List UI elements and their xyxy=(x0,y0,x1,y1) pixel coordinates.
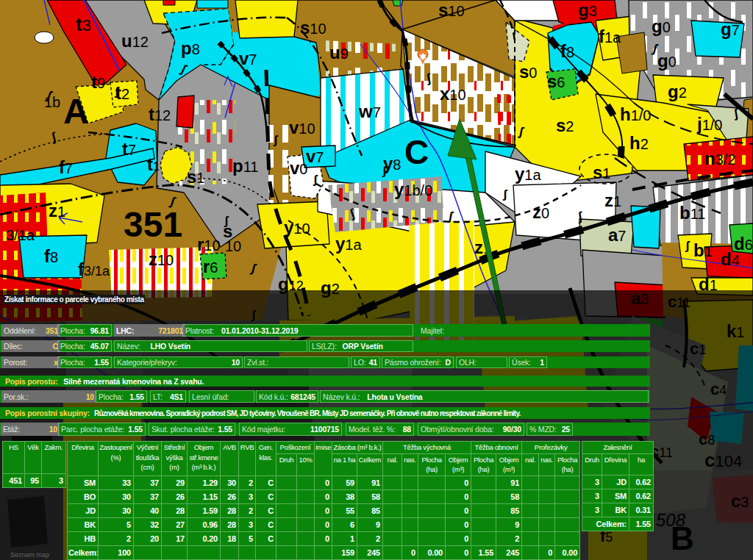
svg-text:z1: z1 xyxy=(604,190,621,210)
svg-text:w7: w7 xyxy=(358,101,381,121)
svg-text:b1: b1 xyxy=(693,240,713,260)
svg-text:p11: p11 xyxy=(232,156,258,176)
svg-text:z0: z0 xyxy=(532,202,549,222)
svg-text:t9: t9 xyxy=(91,72,105,92)
svg-text:10: 10 xyxy=(225,238,241,254)
svg-text:a7: a7 xyxy=(608,225,626,245)
svg-text:p8: p8 xyxy=(181,38,200,58)
svg-text:u9: u9 xyxy=(329,43,349,62)
svg-text:s1: s1 xyxy=(187,167,204,187)
svg-text:n3/2: n3/2 xyxy=(704,148,735,168)
svg-text:v10: v10 xyxy=(289,118,315,137)
svg-text:f8: f8 xyxy=(560,41,574,61)
svg-text:A: A xyxy=(63,92,89,131)
svg-text:351: 351 xyxy=(124,205,182,244)
svg-text:r10: r10 xyxy=(197,234,221,254)
svg-text:g2: g2 xyxy=(668,82,687,101)
svg-text:3/1a: 3/1a xyxy=(6,227,35,243)
svg-text:g3: g3 xyxy=(578,0,597,20)
svg-text:g0: g0 xyxy=(657,51,677,71)
svg-text:f1a: f1a xyxy=(599,26,621,46)
svg-text:x10: x10 xyxy=(440,84,466,104)
svg-text:C: C xyxy=(404,133,429,171)
svg-text:s10: s10 xyxy=(300,18,326,37)
svg-text:s10: s10 xyxy=(438,0,465,20)
svg-text:z10: z10 xyxy=(149,249,174,269)
svg-text:f8: f8 xyxy=(44,246,58,266)
svg-text:v7: v7 xyxy=(306,146,324,166)
svg-text:z1: z1 xyxy=(49,201,65,220)
svg-text:y1a: y1a xyxy=(335,234,362,254)
svg-text:s2: s2 xyxy=(556,115,574,135)
svg-text:t7: t7 xyxy=(122,139,136,159)
svg-text:t3: t3 xyxy=(76,13,91,35)
svg-text:g0: g0 xyxy=(652,16,671,36)
svg-text:✱: ✱ xyxy=(419,52,426,61)
svg-text:h1/0: h1/0 xyxy=(620,104,651,124)
svg-text:g7: g7 xyxy=(721,19,740,39)
svg-text:r6: r6 xyxy=(203,256,218,276)
svg-text:d4: d4 xyxy=(721,249,740,269)
svg-text:f7: f7 xyxy=(59,157,73,177)
svg-text:u12: u12 xyxy=(121,31,149,51)
svg-text:v7: v7 xyxy=(239,49,257,68)
svg-text:h2: h2 xyxy=(629,133,649,153)
svg-text:y10: y10 xyxy=(284,218,310,237)
svg-text:s1: s1 xyxy=(593,162,610,182)
svg-text:s0: s0 xyxy=(519,62,537,82)
svg-text:y1b/0: y1b/0 xyxy=(394,179,432,199)
svg-text:t12: t12 xyxy=(149,104,171,124)
svg-text:j1/0: j1/0 xyxy=(696,114,722,134)
svg-text:v0: v0 xyxy=(290,158,307,178)
svg-text:y1a: y1a xyxy=(515,164,541,184)
svg-text:d6: d6 xyxy=(734,234,753,254)
svg-text:b11: b11 xyxy=(679,203,705,223)
svg-text:s6: s6 xyxy=(547,71,565,91)
